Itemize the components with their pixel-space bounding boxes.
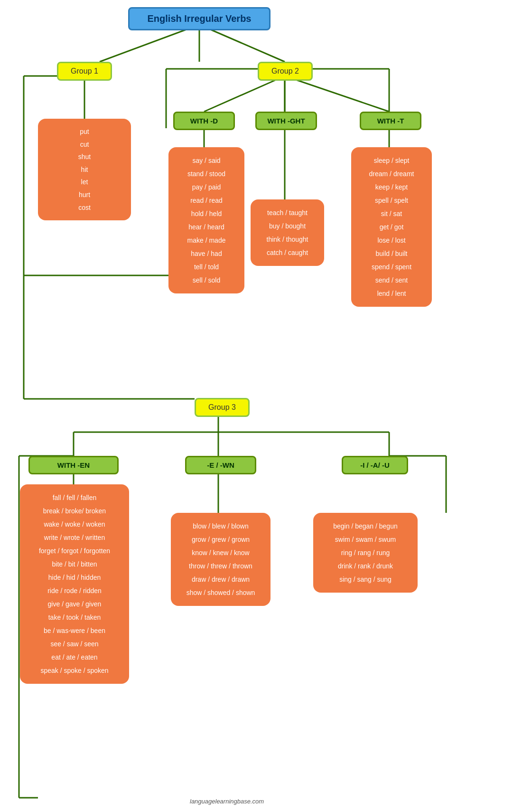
group1-node: Group 1 bbox=[57, 62, 112, 81]
group1-verbs: put cut shut hit let hurt cost bbox=[38, 119, 131, 220]
footer: languagelearningbase.com bbox=[190, 798, 264, 805]
i-a-u-node: -I / -A/ -U bbox=[342, 456, 408, 474]
with-en-node: WITH -EN bbox=[28, 456, 119, 474]
with-ght-verbs: teach / taught buy / bought think / thou… bbox=[251, 199, 324, 266]
title-node: English Irregular Verbs bbox=[128, 7, 270, 30]
with-t-node: WITH -T bbox=[360, 112, 421, 130]
e-wn-node: -E / -WN bbox=[185, 456, 256, 474]
with-d-node: WITH -D bbox=[173, 112, 235, 130]
i-a-u-verbs: begin / began / begun swim / swam / swum… bbox=[313, 513, 418, 593]
e-wn-verbs: blow / blew / blown grow / grew / grown … bbox=[171, 513, 270, 606]
group2-node: Group 2 bbox=[258, 62, 313, 81]
group3-node: Group 3 bbox=[195, 398, 250, 417]
svg-line-5 bbox=[285, 76, 389, 112]
svg-line-3 bbox=[204, 76, 285, 112]
with-d-verbs: say / said stand / stood pay / paid read… bbox=[168, 147, 244, 293]
with-ght-node: WITH -GHT bbox=[255, 112, 317, 130]
with-t-verbs: sleep / slept dream / dreamt keep / kept… bbox=[351, 147, 432, 307]
diagram: English Irregular Verbs Group 1 put cut … bbox=[0, 0, 513, 812]
with-en-verbs: fall / fell / fallen break / broke/ brok… bbox=[20, 484, 129, 684]
